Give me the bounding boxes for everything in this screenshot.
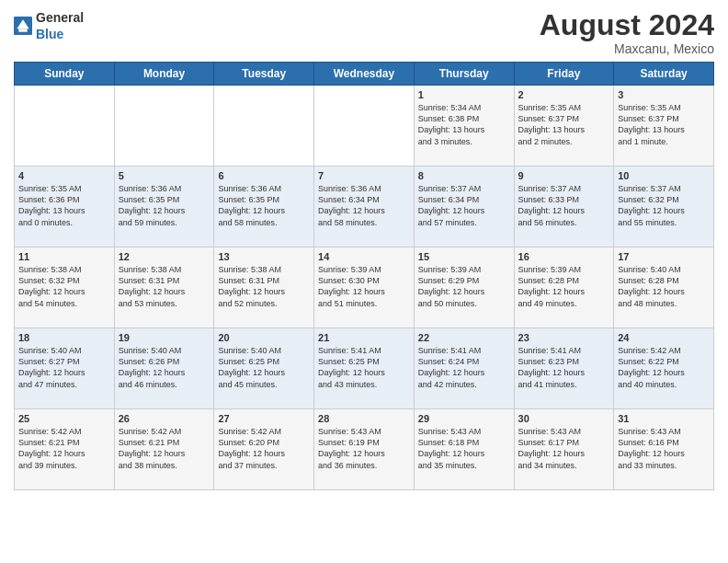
cell-content: Sunrise: 5:35 AMSunset: 6:37 PMDaylight:… [618, 102, 710, 147]
calendar-cell: 31Sunrise: 5:43 AMSunset: 6:16 PMDayligh… [614, 409, 714, 490]
cell-content: Sunrise: 5:42 AMSunset: 6:21 PMDaylight:… [18, 426, 110, 471]
calendar-cell: 29Sunrise: 5:43 AMSunset: 6:18 PMDayligh… [414, 409, 514, 490]
day-number: 20 [218, 332, 310, 343]
week-row-2: 4Sunrise: 5:35 AMSunset: 6:36 PMDaylight… [15, 167, 714, 247]
logo-blue: Blue [36, 27, 63, 41]
calendar-cell: 28Sunrise: 5:43 AMSunset: 6:19 PMDayligh… [314, 409, 415, 490]
calendar-cell: 19Sunrise: 5:40 AMSunset: 6:26 PMDayligh… [114, 328, 214, 409]
calendar-cell: 10Sunrise: 5:37 AMSunset: 6:32 PMDayligh… [614, 167, 714, 247]
cell-content: Sunrise: 5:41 AMSunset: 6:23 PMDaylight:… [518, 345, 610, 390]
location-title: Maxcanu, Mexico [540, 41, 714, 56]
cell-content: Sunrise: 5:40 AMSunset: 6:28 PMDaylight:… [618, 264, 710, 309]
calendar-table: SundayMondayTuesdayWednesdayThursdayFrid… [14, 62, 714, 490]
day-number: 15 [418, 251, 510, 262]
cell-content: Sunrise: 5:40 AMSunset: 6:27 PMDaylight:… [18, 345, 110, 390]
cell-content: Sunrise: 5:36 AMSunset: 6:34 PMDaylight:… [318, 183, 410, 228]
calendar-cell: 3Sunrise: 5:35 AMSunset: 6:37 PMDaylight… [614, 86, 714, 167]
calendar-cell: 4Sunrise: 5:35 AMSunset: 6:36 PMDaylight… [15, 167, 115, 247]
calendar-cell: 6Sunrise: 5:36 AMSunset: 6:35 PMDaylight… [214, 167, 314, 247]
cell-content: Sunrise: 5:36 AMSunset: 6:35 PMDaylight:… [218, 183, 310, 228]
day-number: 4 [18, 170, 110, 181]
day-number: 19 [119, 332, 210, 343]
cell-content: Sunrise: 5:39 AMSunset: 6:30 PMDaylight:… [318, 264, 410, 309]
day-number: 13 [218, 251, 310, 262]
week-row-1: 1Sunrise: 5:34 AMSunset: 6:38 PMDaylight… [15, 86, 714, 167]
calendar-cell: 1Sunrise: 5:34 AMSunset: 6:38 PMDaylight… [414, 86, 514, 167]
main-container: General Blue August 2024 Maxcanu, Mexico… [0, 0, 728, 500]
header: General Blue August 2024 Maxcanu, Mexico [14, 9, 714, 56]
cell-content: Sunrise: 5:37 AMSunset: 6:33 PMDaylight:… [518, 183, 610, 228]
day-number: 24 [618, 332, 710, 343]
day-header-monday: Monday [114, 63, 214, 86]
day-header-wednesday: Wednesday [314, 63, 415, 86]
cell-content: Sunrise: 5:35 AMSunset: 6:36 PMDaylight:… [18, 183, 110, 228]
week-row-5: 25Sunrise: 5:42 AMSunset: 6:21 PMDayligh… [15, 409, 714, 490]
calendar-cell: 13Sunrise: 5:38 AMSunset: 6:31 PMDayligh… [214, 247, 314, 328]
week-row-3: 11Sunrise: 5:38 AMSunset: 6:32 PMDayligh… [15, 247, 714, 328]
calendar-cell: 14Sunrise: 5:39 AMSunset: 6:30 PMDayligh… [314, 247, 415, 328]
day-number: 2 [518, 89, 610, 100]
logo: General Blue [14, 9, 84, 42]
cell-content: Sunrise: 5:36 AMSunset: 6:35 PMDaylight:… [119, 183, 210, 228]
calendar-cell: 9Sunrise: 5:37 AMSunset: 6:33 PMDaylight… [514, 167, 614, 247]
calendar-cell: 15Sunrise: 5:39 AMSunset: 6:29 PMDayligh… [414, 247, 514, 328]
day-header-sunday: Sunday [15, 63, 115, 86]
calendar-cell: 17Sunrise: 5:40 AMSunset: 6:28 PMDayligh… [614, 247, 714, 328]
day-number: 27 [218, 413, 310, 424]
day-number: 16 [518, 251, 610, 262]
day-header-friday: Friday [514, 63, 614, 86]
cell-content: Sunrise: 5:38 AMSunset: 6:31 PMDaylight:… [119, 264, 210, 309]
day-number: 17 [618, 251, 710, 262]
calendar-cell: 22Sunrise: 5:41 AMSunset: 6:24 PMDayligh… [414, 328, 514, 409]
day-number: 21 [318, 332, 410, 343]
calendar-cell: 24Sunrise: 5:42 AMSunset: 6:22 PMDayligh… [614, 328, 714, 409]
cell-content: Sunrise: 5:40 AMSunset: 6:26 PMDaylight:… [119, 345, 210, 390]
cell-content: Sunrise: 5:39 AMSunset: 6:28 PMDaylight:… [518, 264, 610, 309]
day-number: 1 [418, 89, 510, 100]
cell-content: Sunrise: 5:43 AMSunset: 6:18 PMDaylight:… [418, 426, 510, 471]
cell-content: Sunrise: 5:41 AMSunset: 6:24 PMDaylight:… [418, 345, 510, 390]
title-block: August 2024 Maxcanu, Mexico [540, 9, 714, 56]
day-header-thursday: Thursday [414, 63, 514, 86]
calendar-cell: 26Sunrise: 5:42 AMSunset: 6:21 PMDayligh… [114, 409, 214, 490]
calendar-cell: 30Sunrise: 5:43 AMSunset: 6:17 PMDayligh… [514, 409, 614, 490]
day-number: 7 [318, 170, 410, 181]
day-header-tuesday: Tuesday [214, 63, 314, 86]
week-row-4: 18Sunrise: 5:40 AMSunset: 6:27 PMDayligh… [15, 328, 714, 409]
calendar-cell: 23Sunrise: 5:41 AMSunset: 6:23 PMDayligh… [514, 328, 614, 409]
day-header-saturday: Saturday [614, 63, 714, 86]
cell-content: Sunrise: 5:42 AMSunset: 6:22 PMDaylight:… [618, 345, 710, 390]
svg-rect-2 [18, 29, 27, 31]
day-number: 3 [618, 89, 710, 100]
cell-content: Sunrise: 5:38 AMSunset: 6:31 PMDaylight:… [218, 264, 310, 309]
cell-content: Sunrise: 5:37 AMSunset: 6:34 PMDaylight:… [418, 183, 510, 228]
logo-icon [14, 17, 32, 35]
cell-content: Sunrise: 5:37 AMSunset: 6:32 PMDaylight:… [618, 183, 710, 228]
day-number: 12 [119, 251, 210, 262]
day-number: 18 [18, 332, 110, 343]
day-number: 9 [518, 170, 610, 181]
calendar-cell: 18Sunrise: 5:40 AMSunset: 6:27 PMDayligh… [15, 328, 115, 409]
calendar-cell [214, 86, 314, 167]
month-title: August 2024 [540, 9, 714, 41]
calendar-cell [114, 86, 214, 167]
day-number: 31 [618, 413, 710, 424]
calendar-cell: 20Sunrise: 5:40 AMSunset: 6:25 PMDayligh… [214, 328, 314, 409]
day-number: 25 [18, 413, 110, 424]
day-number: 28 [318, 413, 410, 424]
day-number: 5 [119, 170, 210, 181]
calendar-cell: 16Sunrise: 5:39 AMSunset: 6:28 PMDayligh… [514, 247, 614, 328]
cell-content: Sunrise: 5:43 AMSunset: 6:16 PMDaylight:… [618, 426, 710, 471]
calendar-cell: 25Sunrise: 5:42 AMSunset: 6:21 PMDayligh… [15, 409, 115, 490]
day-number: 30 [518, 413, 610, 424]
calendar-cell: 7Sunrise: 5:36 AMSunset: 6:34 PMDaylight… [314, 167, 415, 247]
logo-general: General [36, 10, 84, 25]
calendar-cell: 5Sunrise: 5:36 AMSunset: 6:35 PMDaylight… [114, 167, 214, 247]
calendar-cell: 27Sunrise: 5:42 AMSunset: 6:20 PMDayligh… [214, 409, 314, 490]
cell-content: Sunrise: 5:38 AMSunset: 6:32 PMDaylight:… [18, 264, 110, 309]
day-number: 11 [18, 251, 110, 262]
cell-content: Sunrise: 5:43 AMSunset: 6:19 PMDaylight:… [318, 426, 410, 471]
calendar-cell: 8Sunrise: 5:37 AMSunset: 6:34 PMDaylight… [414, 167, 514, 247]
day-number: 10 [618, 170, 710, 181]
calendar-cell: 12Sunrise: 5:38 AMSunset: 6:31 PMDayligh… [114, 247, 214, 328]
